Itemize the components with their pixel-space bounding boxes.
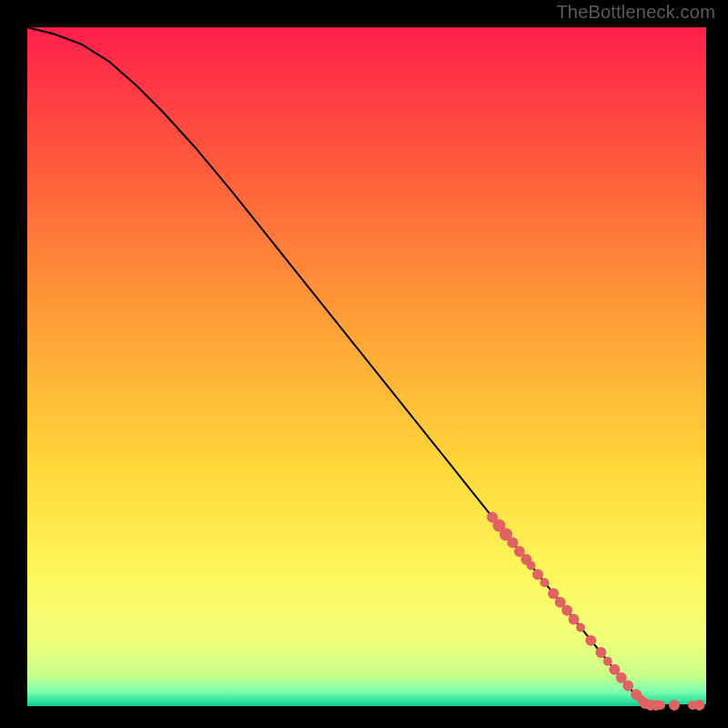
data-marker bbox=[527, 561, 536, 571]
data-marker bbox=[569, 614, 580, 625]
data-marker bbox=[694, 700, 705, 711]
plot-bg bbox=[27, 27, 706, 706]
chart-svg bbox=[0, 0, 728, 728]
data-marker bbox=[622, 681, 633, 692]
data-marker bbox=[548, 588, 559, 599]
data-marker bbox=[532, 569, 543, 580]
data-marker bbox=[603, 657, 612, 666]
chart-container: TheBottleneck.com bbox=[0, 0, 728, 728]
data-marker bbox=[561, 605, 572, 616]
data-marker bbox=[585, 635, 596, 646]
data-marker bbox=[595, 647, 606, 658]
data-marker bbox=[576, 622, 585, 632]
data-marker bbox=[656, 701, 665, 710]
data-marker bbox=[507, 537, 518, 548]
attribution-label: TheBottleneck.com bbox=[556, 2, 715, 23]
data-marker bbox=[540, 578, 549, 587]
data-marker bbox=[669, 700, 680, 711]
